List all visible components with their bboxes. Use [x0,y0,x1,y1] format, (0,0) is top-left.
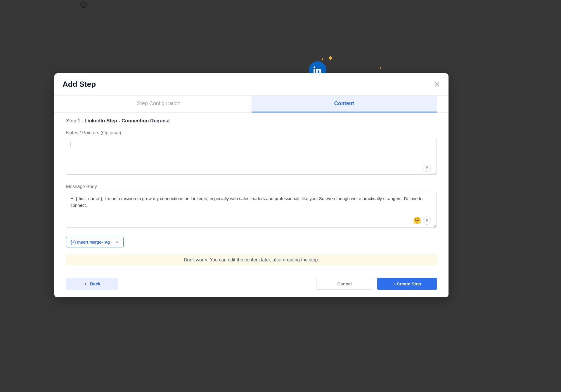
tab-content[interactable]: Content [252,96,437,112]
footer-right: Cancel + Create Step [316,278,437,290]
svg-point-1 [84,6,84,6]
text-cursor [70,141,70,147]
svg-line-7 [427,221,427,222]
cancel-button[interactable]: Cancel [316,278,373,290]
notes-field-wrapper [66,138,437,176]
back-label: Back [90,281,101,286]
add-step-modal: Add Step Step Configuration Content Step… [54,73,449,297]
step-label: Step 1 : LinkedIn Step - Connection Requ… [66,118,437,124]
close-icon[interactable] [434,81,440,88]
notes-textarea[interactable] [66,138,437,175]
step-prefix: Step 1 : [66,118,84,124]
info-banner: Don't worry! You can edit the content la… [66,254,437,266]
tab-step-configuration[interactable]: Step Configuration [66,96,252,112]
grammar-icon[interactable] [423,164,431,172]
create-step-button[interactable]: + Create Step [377,278,437,290]
merge-tag-label: {+} Insert Merge-Tag [70,240,110,244]
tabs: Step Configuration Content [54,96,449,113]
emoji-icon[interactable]: 🤗 [413,216,421,225]
step-name: LinkedIn Step - Connection Request [84,118,170,124]
svg-line-5 [427,169,427,169]
sparkle-icon: ✦ [327,54,334,63]
top-bar [0,0,561,15]
notes-label: Notes / Pointers (Optional) [66,130,437,136]
modal-title: Add Step [63,80,96,89]
sparkle-icon: ✦ [379,66,382,70]
body-textarea[interactable] [66,192,437,228]
sparkle-icon: ✦ [321,57,324,61]
chevron-down-icon [115,240,119,244]
modal-footer: Back Cancel + Create Step [54,273,449,297]
body-field-wrapper: 🤗 [66,192,437,229]
back-button[interactable]: Back [66,278,118,290]
body-label: Message Body [66,184,437,189]
modal-body: Step 1 : LinkedIn Step - Connection Requ… [54,113,449,273]
modal-header: Add Step [54,73,449,96]
help-icon[interactable] [80,1,87,8]
chevron-left-icon [84,282,87,286]
insert-merge-tag-button[interactable]: {+} Insert Merge-Tag [66,237,124,247]
grammar-icon[interactable] [423,216,431,225]
